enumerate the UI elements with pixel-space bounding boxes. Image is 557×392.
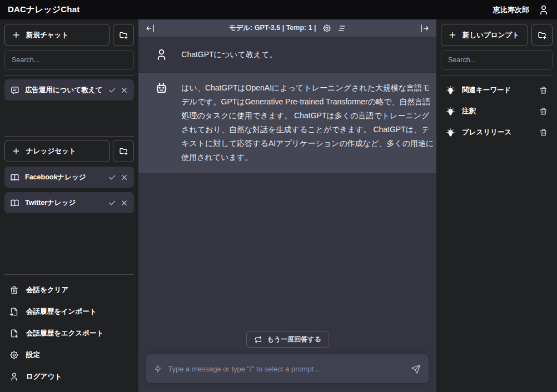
new-chat-row: 新規チャット — [4, 24, 134, 46]
app-window: DACナレッジChat 恵比寿次郎 新規チャット — [0, 0, 557, 392]
knowledge-set-row: ナレッジセット — [4, 140, 134, 162]
confirm-check-icon[interactable] — [108, 86, 116, 94]
regenerate-button[interactable]: もう一度回答する — [246, 331, 329, 348]
trash-icon[interactable] — [539, 107, 548, 115]
menu-item-settings[interactable]: 設定 — [4, 344, 134, 366]
menu-item-import-history[interactable]: 会話履歴をインポート — [4, 301, 134, 323]
knowledge-item-label: Twitterナレッジ — [25, 198, 102, 208]
new-prompt-button[interactable]: 新しいプロンプト — [441, 24, 528, 46]
prompt-item-label: 関連キーワード — [462, 86, 533, 95]
plus-icon — [12, 31, 21, 39]
knowledge-folder-button[interactable] — [113, 140, 134, 162]
cancel-x-icon[interactable] — [120, 86, 128, 94]
confirm-check-icon[interactable] — [108, 173, 116, 182]
file-import-icon — [9, 307, 19, 316]
menu-item-label: 会話履歴をエクスポート — [26, 329, 103, 338]
bulb-icon — [446, 107, 455, 116]
right-sidebar: 新しいプロンプト 関連キーワード 注釈 — [436, 19, 557, 392]
prompt-list: 関連キーワード 注釈 プレスリリース — [441, 79, 553, 143]
app-title: DACナレッジChat — [8, 4, 79, 15]
prompt-item-label: 注釈 — [462, 107, 533, 116]
menu-item-label: 会話履歴をインポート — [26, 307, 96, 316]
menu-item-label: ログアウト — [26, 372, 62, 381]
collapse-left-sidebar-button[interactable] — [143, 22, 157, 35]
knowledge-item-facebook[interactable]: Facebookナレッジ — [4, 167, 134, 188]
assistant-message-row: はい、ChatGPTはOpenAIによってトレーニングされた大規模な言語モデルで… — [138, 73, 436, 173]
arrow-bar-right-icon — [420, 23, 430, 33]
new-prompt-label: 新しいプロンプト — [462, 31, 519, 40]
bulb-icon — [446, 86, 455, 95]
user-icon — [155, 48, 168, 61]
user-message-row: ChatGPTについて教えて。 — [138, 37, 436, 73]
menu-item-label: 会話をクリア — [26, 285, 68, 295]
new-chat-folder-button[interactable] — [113, 24, 134, 46]
user-message-text: ChatGPTについて教えて。 — [181, 48, 436, 62]
collapse-right-sidebar-button[interactable] — [417, 22, 432, 35]
model-info-text: モデル: GPT-3.5 | Temp: 1 | — [229, 23, 316, 33]
chat-list: 広告運用について教えて — [4, 79, 134, 130]
sidebar-footer-menu: 会話をクリア 会話履歴をインポート 会話履歴をエクスポート 設定 ログアウト — [4, 278, 134, 388]
divider — [4, 274, 134, 275]
plus-icon — [12, 147, 21, 155]
message-input-box — [146, 354, 429, 384]
knowledge-section: ナレッジセット Facebookナレッジ Twitter — [4, 140, 134, 213]
knowledge-item-actions — [108, 199, 128, 207]
left-sidebar: 新規チャット 広告運用について教えて — [0, 19, 138, 392]
knowledge-item-twitter[interactable]: Twitterナレッジ — [4, 192, 134, 213]
assistant-message-text: はい、ChatGPTはOpenAIによってトレーニングされた大規模な言語モデルで… — [181, 81, 436, 164]
confirm-check-icon[interactable] — [108, 199, 116, 207]
repeat-icon — [254, 335, 262, 344]
divider — [441, 76, 553, 76]
header-user-area: 恵比寿次郎 — [493, 4, 549, 16]
send-icon[interactable] — [411, 364, 421, 374]
prompt-search-input[interactable] — [441, 50, 553, 70]
chat-item-actions — [108, 86, 128, 94]
menu-item-export-history[interactable]: 会話履歴をエクスポート — [4, 323, 134, 344]
message-icon — [10, 86, 19, 95]
knowledge-item-label: Facebookナレッジ — [25, 173, 102, 182]
trash-icon[interactable] — [539, 86, 548, 94]
file-export-icon — [9, 329, 19, 338]
user-icon — [9, 372, 19, 381]
book-icon — [10, 198, 19, 208]
user-icon[interactable] — [538, 4, 549, 16]
folder-plus-icon — [538, 30, 546, 40]
prompt-item-press-release[interactable]: プレスリリース — [441, 122, 553, 143]
chat-input-area: もう一度回答する — [138, 173, 436, 392]
knowledge-item-actions — [108, 173, 128, 182]
new-prompt-row: 新しいプロンプト — [441, 24, 553, 46]
chat-item-label: 広告運用について教えて — [25, 86, 102, 95]
folder-plus-icon — [119, 30, 128, 40]
book-icon — [10, 173, 19, 182]
new-chat-label: 新規チャット — [26, 31, 68, 40]
menu-item-clear-conversations[interactable]: 会話をクリア — [4, 279, 134, 301]
message-input[interactable] — [168, 365, 405, 373]
prompt-item-related-keywords[interactable]: 関連キーワード — [441, 79, 553, 100]
sidebar-spacer — [4, 213, 134, 269]
trash-icon — [9, 285, 19, 295]
trash-icon[interactable] — [539, 128, 548, 137]
bolt-icon — [153, 364, 162, 373]
cancel-x-icon[interactable] — [120, 199, 128, 207]
prompt-item-annotation[interactable]: 注釈 — [441, 100, 553, 122]
regenerate-label: もう一度回答する — [267, 335, 321, 344]
chat-toolbar: モデル: GPT-3.5 | Temp: 1 | — [138, 19, 436, 37]
knowledge-set-button[interactable]: ナレッジセット — [4, 140, 110, 162]
divider — [4, 76, 134, 76]
chat-item[interactable]: 広告運用について教えて — [4, 79, 134, 100]
clear-all-icon[interactable] — [337, 24, 346, 33]
divider — [4, 136, 134, 137]
plus-icon — [448, 31, 457, 39]
new-prompt-folder-button[interactable] — [531, 24, 553, 46]
menu-item-label: 設定 — [26, 350, 40, 360]
prompt-item-label: プレスリリース — [462, 128, 533, 137]
app-header: DACナレッジChat 恵比寿次郎 — [0, 0, 557, 19]
new-chat-button[interactable]: 新規チャット — [4, 24, 110, 46]
menu-item-logout[interactable]: ログアウト — [4, 366, 134, 388]
chat-search-input[interactable] — [4, 50, 134, 70]
cancel-x-icon[interactable] — [120, 173, 128, 182]
gear-icon[interactable] — [322, 24, 331, 33]
knowledge-set-label: ナレッジセット — [26, 147, 76, 156]
chat-area: モデル: GPT-3.5 | Temp: 1 | ChatGPTについて教えて。… — [138, 19, 436, 392]
arrow-bar-left-icon — [145, 23, 155, 33]
